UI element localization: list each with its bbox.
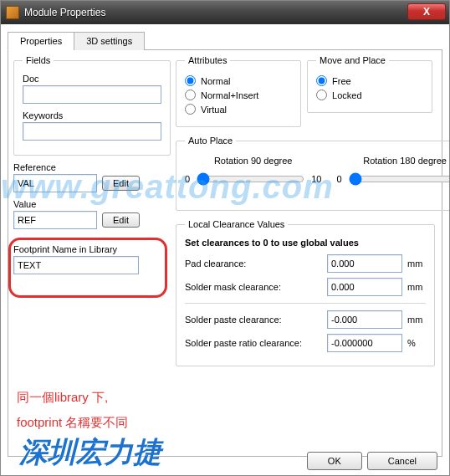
move-locked-radio[interactable] <box>316 90 327 100</box>
autoplace-group: Auto Place Rotation 90 degree 0 10 Rotat… <box>176 136 450 211</box>
pad-clearance-input[interactable] <box>327 254 402 273</box>
app-icon <box>6 6 19 19</box>
attr-virtual-label: Virtual <box>201 105 227 115</box>
reference-label: Reference <box>13 162 171 172</box>
footprint-input[interactable] <box>13 256 139 274</box>
footprint-group: Footprint Name in Library <box>13 244 171 274</box>
reference-input[interactable] <box>13 174 97 192</box>
tab-content: Fields Doc Keywords Reference Edit Value… <box>8 50 442 457</box>
attr-normal-insert-label: Normal+Insert <box>201 90 258 100</box>
pad-clearance-unit: mm <box>407 258 426 269</box>
rot180-min: 0 <box>336 174 341 184</box>
move-free-label: Free <box>332 76 351 86</box>
move-group: Move and Place Free Locked <box>307 55 432 113</box>
ratio-clearance-input[interactable] <box>327 334 402 352</box>
clearance-header: Set clearances to 0 to use global values <box>185 238 426 248</box>
paste-clearance-label: Solder paste clearance: <box>185 315 322 325</box>
pad-clearance-label: Pad clearance: <box>185 258 322 269</box>
reference-group: Reference Edit <box>13 162 171 192</box>
attr-normal-insert-radio[interactable] <box>185 90 196 100</box>
value-label: Value <box>13 199 171 209</box>
paste-clearance-input[interactable] <box>327 310 402 329</box>
tab-3d-settings[interactable]: 3D settings <box>74 32 145 50</box>
rot90-max: 10 <box>311 174 321 184</box>
right-column: Attributes Normal Normal+Insert Virtual … <box>176 55 435 366</box>
rot90-min: 0 <box>185 174 190 184</box>
clearance-separator <box>185 303 426 304</box>
cancel-button[interactable]: Cancel <box>367 452 437 470</box>
attributes-legend: Attributes <box>185 55 230 65</box>
ratio-clearance-label: Solder paste ratio clearance: <box>185 338 322 348</box>
value-edit-button[interactable]: Edit <box>102 212 140 228</box>
titlebar: Module Properties X <box>1 1 449 24</box>
value-input[interactable] <box>13 211 97 229</box>
mask-clearance-input[interactable] <box>327 278 402 296</box>
fields-legend: Fields <box>23 55 54 65</box>
attributes-group: Attributes Normal Normal+Insert Virtual <box>176 55 301 127</box>
reference-edit-button[interactable]: Edit <box>102 176 140 191</box>
attr-normal-label: Normal <box>201 76 230 86</box>
annotation-line1: 同一個library 下, <box>17 390 108 406</box>
footer-buttons: OK Cancel <box>307 452 437 470</box>
close-button[interactable]: X <box>407 3 446 20</box>
doc-label: Doc <box>23 74 161 84</box>
move-free-radio[interactable] <box>316 75 327 86</box>
ratio-clearance-unit: % <box>407 338 426 348</box>
window-title: Module Properties <box>24 7 105 18</box>
keywords-input[interactable] <box>23 122 161 141</box>
clearance-legend: Local Clearance Values <box>185 219 288 229</box>
attr-virtual-radio[interactable] <box>185 104 196 115</box>
doc-input[interactable] <box>23 85 161 104</box>
annotation-line2: footprint 名稱要不同 <box>17 415 128 431</box>
autoplace-legend: Auto Place <box>185 136 236 146</box>
fields-group: Fields Doc Keywords <box>13 55 171 156</box>
rot90-slider[interactable] <box>197 172 304 186</box>
ok-button[interactable]: OK <box>307 452 362 470</box>
tab-properties[interactable]: Properties <box>8 32 74 50</box>
move-locked-label: Locked <box>332 90 361 100</box>
rot180-label: Rotation 180 degree <box>336 156 450 166</box>
move-legend: Move and Place <box>316 55 389 65</box>
tab-strip: Properties 3D settings <box>8 31 442 50</box>
footprint-label: Footprint Name in Library <box>13 244 171 254</box>
attr-normal-radio[interactable] <box>185 75 196 86</box>
clearance-group: Local Clearance Values Set clearances to… <box>176 219 435 366</box>
paste-clearance-unit: mm <box>407 315 426 325</box>
mask-clearance-unit: mm <box>407 282 426 292</box>
mask-clearance-label: Solder mask clearance: <box>185 282 322 292</box>
rot180-slider[interactable] <box>349 172 451 186</box>
value-group: Value Edit <box>13 199 171 229</box>
left-column: Fields Doc Keywords Reference Edit Value… <box>13 55 171 274</box>
keywords-label: Keywords <box>23 110 161 120</box>
rot90-label: Rotation 90 degree <box>185 156 321 166</box>
close-icon: X <box>423 6 430 18</box>
